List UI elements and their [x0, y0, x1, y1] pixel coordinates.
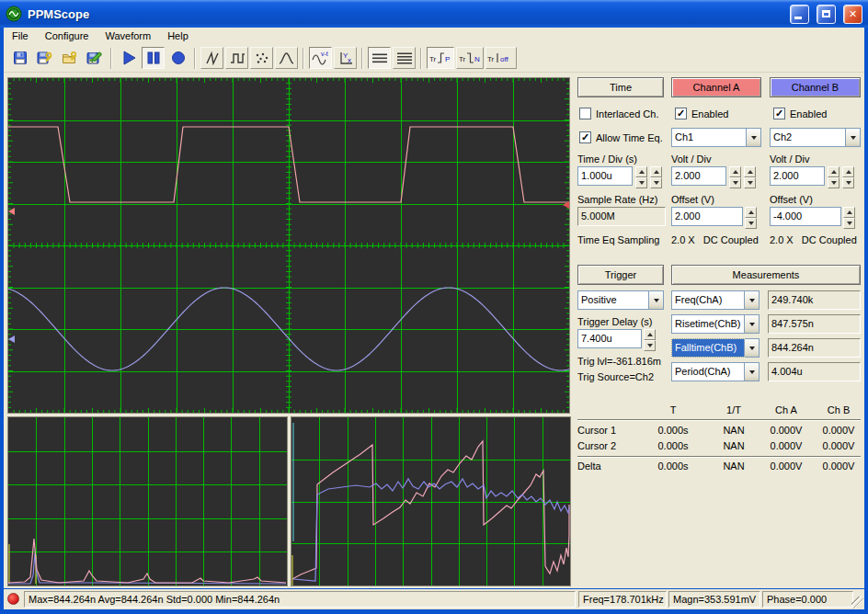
time-eq-sampling-label: Time Eq Sampling	[577, 234, 659, 245]
channel-a-source-combo[interactable]: Ch1	[671, 128, 761, 147]
menu-configure[interactable]: Configure	[37, 28, 97, 43]
phase-canvas	[291, 417, 570, 586]
xy-mode-icon: Y x	[337, 50, 355, 66]
dropdown-button[interactable]	[744, 315, 759, 333]
dropdown-button[interactable]	[845, 129, 860, 146]
title-bar[interactable]: PPMScope ✕	[0, 0, 868, 28]
checkbox-checked-icon: ✓	[579, 131, 591, 143]
channel-b-source-combo[interactable]: Ch2	[770, 128, 861, 147]
maximize-button[interactable]	[817, 5, 836, 24]
main-scope-canvas	[8, 78, 569, 413]
channel-a-volt-coarse-spinner[interactable]	[729, 166, 741, 186]
open-config-button[interactable]	[58, 47, 81, 69]
spectrum-display[interactable]	[7, 416, 288, 586]
svg-text:Tr: Tr	[487, 55, 495, 63]
measurement-combo-1[interactable]: Risetime(ChB)	[671, 314, 760, 334]
measurement-name: Freq(ChA)	[672, 291, 744, 309]
draw-square-button[interactable]	[225, 47, 248, 69]
channel-a-volt-div-input[interactable]: 2.000	[671, 166, 726, 186]
trigger-header-button[interactable]: Trigger	[577, 265, 664, 285]
save-button[interactable]	[8, 47, 31, 69]
time-div-input[interactable]: 1.000u	[577, 166, 633, 186]
channel-b-volt-coarse-spinner[interactable]	[828, 166, 839, 186]
checkbox-unchecked-icon	[579, 108, 591, 119]
menu-file[interactable]: File	[4, 28, 37, 43]
toolbar-separator	[303, 48, 304, 69]
trigger-off-button[interactable]: Tr off	[485, 47, 517, 69]
cursor-col-header: Ch B	[806, 404, 868, 415]
chevron-down-icon	[751, 136, 757, 142]
allow-time-eq-checkbox[interactable]: ✓ Allow Time Eq.	[579, 131, 663, 143]
control-panel: Time Channel A Channel B Interlaced Ch. …	[577, 77, 861, 588]
draw-dots-button[interactable]	[250, 47, 273, 69]
phase-display[interactable]	[291, 416, 571, 586]
trigger-positive-button[interactable]: Tr P	[427, 47, 454, 69]
trigger-negative-button[interactable]: Tr N	[456, 47, 484, 69]
time-div-coarse-spinner[interactable]	[635, 166, 647, 186]
channel-b-coupling-label: 2.0 X DC Coupled	[770, 234, 857, 245]
measurement-combo-2[interactable]: Falltime(ChB)	[671, 338, 760, 358]
measurement-combo-3[interactable]: Period(ChA)	[671, 362, 760, 381]
channel-b-offset-input[interactable]: -4.000	[770, 207, 841, 226]
trigger-delay-spinner[interactable]	[644, 329, 656, 348]
pause-button[interactable]	[142, 47, 165, 69]
cursor-cell: 0.000s	[641, 440, 705, 451]
trigger-mode-combo[interactable]: Positive	[577, 290, 664, 310]
minimize-button[interactable]	[790, 5, 809, 24]
measurement-value-2: 844.264n	[768, 338, 861, 358]
close-button[interactable]: ✕	[843, 5, 862, 24]
checkbox-checked-icon: ✓	[773, 108, 785, 119]
channel-a-header-button[interactable]: Channel A	[671, 77, 761, 97]
trigger-delay-label: Trigger Delay (s)	[577, 316, 653, 327]
time-header-button[interactable]: Time	[577, 77, 664, 97]
resize-grip[interactable]	[851, 597, 863, 608]
svg-text:off: off	[500, 55, 509, 63]
svg-text:N: N	[474, 55, 480, 63]
save-config-button[interactable]	[33, 47, 56, 69]
play-icon	[120, 50, 137, 66]
interlaced-checkbox[interactable]: Interlaced Ch.	[579, 108, 658, 119]
time-div-fine-spinner[interactable]	[650, 166, 662, 186]
run-button[interactable]	[117, 47, 140, 69]
channel-a-enabled-checkbox[interactable]: ✓ Enabled	[675, 108, 728, 119]
vt-mode-button[interactable]: v-t	[309, 47, 332, 69]
export-icon	[86, 51, 102, 65]
dropdown-button[interactable]	[746, 129, 760, 146]
save-icon	[13, 51, 28, 65]
channel-b-offset-spinner[interactable]	[843, 207, 855, 226]
sample-rate-value: 5.000M	[577, 207, 666, 226]
menu-waveform[interactable]: Waveform	[97, 28, 159, 43]
multi-display-button[interactable]	[393, 47, 416, 69]
allow-time-eq-label: Allow Time Eq.	[596, 132, 663, 143]
draw-peak-button[interactable]	[275, 47, 298, 69]
record-icon	[171, 51, 186, 65]
channel-b-volt-div-input[interactable]: 2.000	[770, 166, 825, 186]
dropdown-button[interactable]	[648, 291, 663, 309]
channel-b-header-button[interactable]: Channel B	[770, 77, 861, 97]
record-button[interactable]	[166, 47, 189, 69]
channel-b-offset-label: Offset (V)	[770, 194, 813, 205]
export-button[interactable]	[83, 47, 106, 69]
menu-help[interactable]: Help	[159, 28, 197, 43]
channel-b-volt-fine-spinner[interactable]	[842, 166, 854, 186]
channel-a-offset-input[interactable]: 2.000	[671, 207, 743, 226]
cursor-row-label: Delta	[577, 460, 601, 472]
draw-lines-button[interactable]	[200, 47, 223, 69]
channel-b-enabled-checkbox[interactable]: ✓ Enabled	[773, 108, 827, 119]
xy-mode-button[interactable]: Y x	[334, 47, 357, 69]
channel-a-offset-spinner[interactable]	[745, 207, 757, 226]
single-display-button[interactable]	[368, 47, 391, 69]
measurements-header-button[interactable]: Measurements	[671, 265, 861, 285]
trigger-mode-value: Positive	[578, 291, 648, 309]
dropdown-button[interactable]	[744, 291, 759, 309]
cursor-col-header: T	[641, 404, 705, 415]
main-scope-display[interactable]	[7, 77, 570, 414]
measurement-combo-0[interactable]: Freq(ChA)	[671, 290, 760, 310]
trigger-delay-input[interactable]: 7.400u	[577, 329, 642, 348]
dropdown-button[interactable]	[744, 363, 759, 381]
chevron-down-icon	[851, 136, 856, 142]
channel-a-volt-fine-spinner[interactable]	[744, 166, 756, 186]
window-title: PPMScope	[28, 7, 782, 21]
dropdown-button[interactable]	[744, 339, 759, 357]
cursor-row-label: Cursor 1	[577, 425, 616, 436]
